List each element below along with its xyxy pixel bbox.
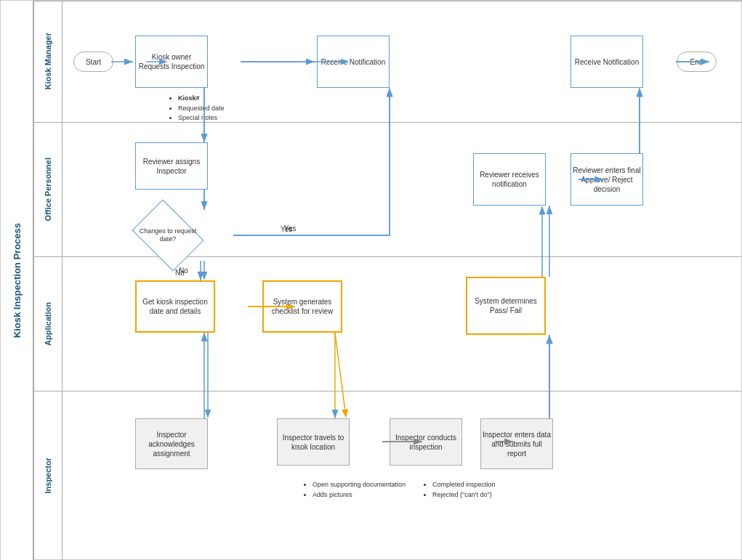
inspector-travels-shape: Inspector travels to kisok location: [277, 418, 350, 466]
swimlane-inspector: Inspector: [33, 391, 741, 560]
inspector-acknowledges-shape: Inspector acknowledges assignment: [135, 418, 208, 469]
process-title: Kiosk Inspection Process: [1, 1, 33, 560]
swimlane-label-inspector: Inspector: [33, 391, 62, 560]
reviewer-assigns-shape: Reviewer assigns Inspector: [135, 142, 208, 190]
get-kiosk-shape: Get kiosk inspection date and details: [135, 280, 215, 333]
end-shape: End: [677, 52, 717, 72]
reviewer-receives-shape: Reviewer receives notification: [473, 153, 546, 206]
system-generates-shape: System generates checklist for review: [262, 280, 342, 333]
swimlane-label-office: Office Personnel: [33, 123, 62, 256]
reviewer-enters-shape: Reviewer enters final Approve/ Reject de…: [570, 153, 643, 206]
changes-diamond: Changes to request date?: [135, 210, 201, 261]
bullet-list-top: Kiosk# Requested date Special notes: [168, 94, 225, 123]
diagram-container: Kiosk Inspection Process Kiosk Manager O…: [0, 0, 742, 560]
swimlane-label-kiosk: Kiosk Manager: [33, 1, 62, 122]
bullet-list-bottom-right: Completed inspection Rejected ("can't do…: [422, 480, 496, 500]
inspector-conducts-shape: Inspector conducts inspection: [390, 418, 462, 466]
receive-notif-2-shape: Receive Notification: [570, 36, 643, 88]
swimlane-label-application: Application: [33, 257, 62, 391]
bullet-list-bottom-left: Open supporting documentation Adds pictu…: [302, 480, 406, 500]
inspector-enters-shape: Inspector enters data and submits full r…: [480, 418, 553, 469]
kiosk-request-shape: Kiosk owner Requests Inspection: [135, 36, 208, 88]
receive-notif-1-shape: Receive Notification: [317, 36, 390, 88]
system-determines-shape: System determines Pass/ Fail: [466, 277, 546, 335]
start-shape: Start: [73, 52, 113, 72]
